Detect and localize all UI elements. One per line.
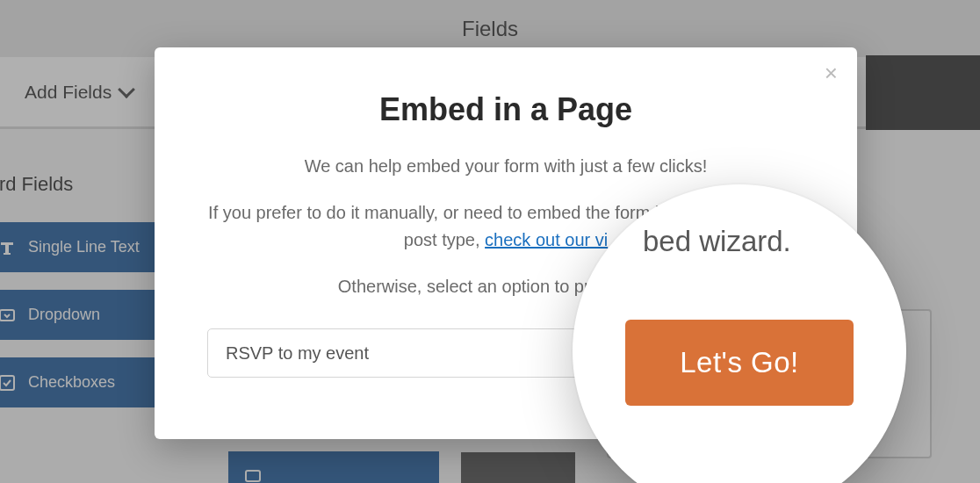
close-icon[interactable]: ×	[825, 61, 838, 84]
modal-title: Embed in a Page	[207, 91, 804, 128]
video-tutorial-link[interactable]: check out our vi	[485, 230, 608, 249]
magnified-text-fragment: bed wizard.	[643, 225, 791, 258]
lets-go-button[interactable]: Let's Go!	[625, 320, 854, 406]
modal-subtitle: We can help embed your form with just a …	[207, 153, 804, 180]
